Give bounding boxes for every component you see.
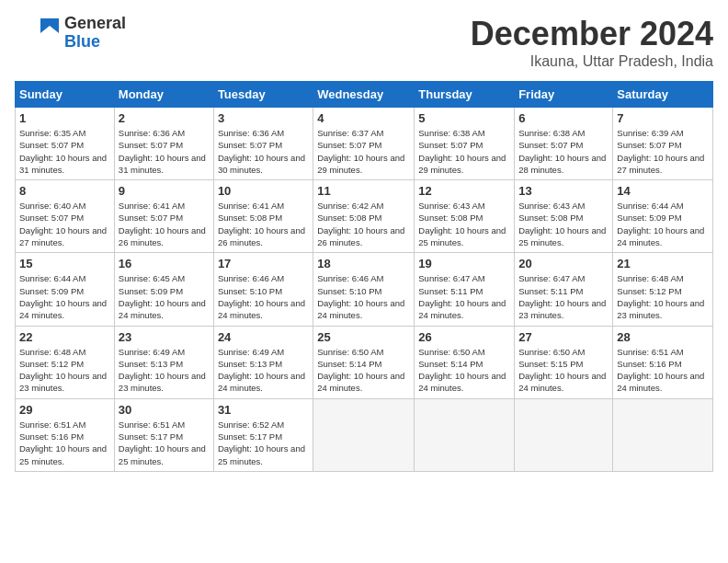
- day-info: Sunrise: 6:46 AMSunset: 5:10 PMDaylight:…: [317, 272, 410, 321]
- calendar-cell: 17Sunrise: 6:46 AMSunset: 5:10 PMDayligh…: [213, 253, 313, 326]
- day-info: Sunrise: 6:36 AMSunset: 5:07 PMDaylight:…: [119, 127, 210, 176]
- day-info: Sunrise: 6:37 AMSunset: 5:07 PMDaylight:…: [317, 127, 410, 176]
- calendar-cell: 22Sunrise: 6:48 AMSunset: 5:12 PMDayligh…: [16, 326, 115, 398]
- calendar-cell: 31Sunrise: 6:52 AMSunset: 5:17 PMDayligh…: [213, 398, 313, 471]
- day-number: 22: [19, 330, 110, 344]
- calendar-week-2: 8Sunrise: 6:40 AMSunset: 5:07 PMDaylight…: [16, 180, 713, 253]
- col-header-tuesday: Tuesday: [213, 82, 313, 108]
- col-header-thursday: Thursday: [415, 82, 515, 108]
- day-info: Sunrise: 6:41 AMSunset: 5:07 PMDaylight:…: [119, 200, 210, 248]
- calendar-cell: [313, 398, 415, 471]
- day-info: Sunrise: 6:50 AMSunset: 5:14 PMDaylight:…: [317, 346, 410, 395]
- calendar-cell: 15Sunrise: 6:44 AMSunset: 5:09 PMDayligh…: [16, 253, 115, 326]
- day-number: 25: [317, 330, 410, 344]
- calendar-cell: 10Sunrise: 6:41 AMSunset: 5:08 PMDayligh…: [213, 180, 313, 253]
- calendar-week-5: 29Sunrise: 6:51 AMSunset: 5:16 PMDayligh…: [16, 398, 713, 471]
- day-info: Sunrise: 6:36 AMSunset: 5:07 PMDaylight:…: [218, 127, 309, 176]
- day-number: 20: [518, 257, 609, 270]
- calendar-cell: 4Sunrise: 6:37 AMSunset: 5:07 PMDaylight…: [313, 108, 415, 180]
- day-info: Sunrise: 6:38 AMSunset: 5:07 PMDaylight:…: [418, 127, 510, 176]
- calendar-cell: 1Sunrise: 6:35 AMSunset: 5:07 PMDaylight…: [16, 108, 115, 180]
- month-title: December 2024: [471, 15, 713, 53]
- day-number: 15: [19, 257, 110, 270]
- day-number: 16: [119, 257, 210, 270]
- calendar-cell: 9Sunrise: 6:41 AMSunset: 5:07 PMDaylight…: [114, 180, 213, 253]
- day-number: 31: [218, 403, 309, 417]
- day-number: 23: [119, 330, 210, 344]
- calendar-cell: 24Sunrise: 6:49 AMSunset: 5:13 PMDayligh…: [213, 326, 313, 398]
- calendar-cell: 28Sunrise: 6:51 AMSunset: 5:16 PMDayligh…: [613, 326, 713, 398]
- calendar-cell: 14Sunrise: 6:44 AMSunset: 5:09 PMDayligh…: [613, 180, 713, 253]
- location-text: Ikauna, Uttar Pradesh, India: [471, 53, 713, 70]
- day-number: 10: [218, 184, 309, 198]
- calendar-cell: 3Sunrise: 6:36 AMSunset: 5:07 PMDaylight…: [213, 108, 313, 180]
- day-number: 8: [19, 184, 110, 198]
- calendar-cell: 29Sunrise: 6:51 AMSunset: 5:16 PMDayligh…: [16, 398, 115, 471]
- calendar-cell: 16Sunrise: 6:45 AMSunset: 5:09 PMDayligh…: [114, 253, 213, 326]
- day-info: Sunrise: 6:50 AMSunset: 5:14 PMDaylight:…: [418, 346, 510, 395]
- day-number: 17: [218, 257, 309, 270]
- day-number: 13: [518, 184, 609, 198]
- day-number: 21: [617, 257, 709, 270]
- day-info: Sunrise: 6:39 AMSunset: 5:07 PMDaylight:…: [617, 127, 709, 176]
- day-info: Sunrise: 6:43 AMSunset: 5:08 PMDaylight:…: [418, 200, 510, 248]
- svg-marker-1: [40, 18, 59, 33]
- logo-blue-text: Blue: [64, 33, 126, 52]
- calendar-table: SundayMondayTuesdayWednesdayThursdayFrid…: [15, 81, 713, 472]
- col-header-wednesday: Wednesday: [313, 82, 415, 108]
- col-header-friday: Friday: [515, 82, 613, 108]
- calendar-cell: 18Sunrise: 6:46 AMSunset: 5:10 PMDayligh…: [313, 253, 415, 326]
- day-info: Sunrise: 6:45 AMSunset: 5:09 PMDaylight:…: [119, 272, 210, 321]
- title-block: December 2024 Ikauna, Uttar Pradesh, Ind…: [471, 15, 713, 70]
- day-number: 6: [518, 111, 609, 125]
- day-info: Sunrise: 6:51 AMSunset: 5:16 PMDaylight:…: [19, 419, 110, 467]
- page-header: General Blue December 2024 Ikauna, Uttar…: [15, 15, 713, 70]
- day-number: 18: [317, 257, 410, 270]
- day-info: Sunrise: 6:38 AMSunset: 5:07 PMDaylight:…: [518, 127, 609, 176]
- day-info: Sunrise: 6:35 AMSunset: 5:07 PMDaylight:…: [19, 127, 110, 176]
- day-info: Sunrise: 6:51 AMSunset: 5:17 PMDaylight:…: [119, 419, 210, 467]
- calendar-cell: 2Sunrise: 6:36 AMSunset: 5:07 PMDaylight…: [114, 108, 213, 180]
- day-number: 9: [119, 184, 210, 198]
- day-number: 27: [518, 330, 609, 344]
- day-info: Sunrise: 6:52 AMSunset: 5:17 PMDaylight:…: [218, 419, 309, 467]
- col-header-sunday: Sunday: [16, 82, 115, 108]
- day-number: 14: [617, 184, 709, 198]
- calendar-cell: 19Sunrise: 6:47 AMSunset: 5:11 PMDayligh…: [415, 253, 515, 326]
- calendar-cell: 27Sunrise: 6:50 AMSunset: 5:15 PMDayligh…: [515, 326, 613, 398]
- calendar-cell: 20Sunrise: 6:47 AMSunset: 5:11 PMDayligh…: [515, 253, 613, 326]
- day-number: 12: [418, 184, 510, 198]
- col-header-saturday: Saturday: [613, 82, 713, 108]
- day-number: 24: [218, 330, 309, 344]
- day-info: Sunrise: 6:48 AMSunset: 5:12 PMDaylight:…: [617, 272, 709, 321]
- day-number: 30: [119, 403, 210, 417]
- day-info: Sunrise: 6:48 AMSunset: 5:12 PMDaylight:…: [19, 346, 110, 395]
- day-number: 4: [317, 111, 410, 125]
- calendar-cell: 26Sunrise: 6:50 AMSunset: 5:14 PMDayligh…: [415, 326, 515, 398]
- day-info: Sunrise: 6:46 AMSunset: 5:10 PMDaylight:…: [218, 272, 309, 321]
- day-info: Sunrise: 6:50 AMSunset: 5:15 PMDaylight:…: [518, 346, 609, 395]
- day-info: Sunrise: 6:40 AMSunset: 5:07 PMDaylight:…: [19, 200, 110, 248]
- calendar-cell: 25Sunrise: 6:50 AMSunset: 5:14 PMDayligh…: [313, 326, 415, 398]
- calendar-cell: [415, 398, 515, 471]
- calendar-cell: 23Sunrise: 6:49 AMSunset: 5:13 PMDayligh…: [114, 326, 213, 398]
- day-number: 29: [19, 403, 110, 417]
- day-info: Sunrise: 6:41 AMSunset: 5:08 PMDaylight:…: [218, 200, 309, 248]
- calendar-cell: [515, 398, 613, 471]
- day-number: 11: [317, 184, 410, 198]
- calendar-week-1: 1Sunrise: 6:35 AMSunset: 5:07 PMDaylight…: [16, 108, 713, 180]
- day-info: Sunrise: 6:49 AMSunset: 5:13 PMDaylight:…: [119, 346, 210, 395]
- day-info: Sunrise: 6:51 AMSunset: 5:16 PMDaylight:…: [617, 346, 709, 395]
- calendar-cell: 11Sunrise: 6:42 AMSunset: 5:08 PMDayligh…: [313, 180, 415, 253]
- day-number: 26: [418, 330, 510, 344]
- calendar-week-4: 22Sunrise: 6:48 AMSunset: 5:12 PMDayligh…: [16, 326, 713, 398]
- day-number: 1: [19, 111, 110, 125]
- logo-text: General Blue: [64, 15, 126, 52]
- calendar-cell: 6Sunrise: 6:38 AMSunset: 5:07 PMDaylight…: [515, 108, 613, 180]
- calendar-header-row: SundayMondayTuesdayWednesdayThursdayFrid…: [16, 82, 713, 108]
- calendar-cell: 5Sunrise: 6:38 AMSunset: 5:07 PMDaylight…: [415, 108, 515, 180]
- calendar-cell: 7Sunrise: 6:39 AMSunset: 5:07 PMDaylight…: [613, 108, 713, 180]
- day-number: 28: [617, 330, 709, 344]
- day-number: 3: [218, 111, 309, 125]
- day-info: Sunrise: 6:44 AMSunset: 5:09 PMDaylight:…: [617, 200, 709, 248]
